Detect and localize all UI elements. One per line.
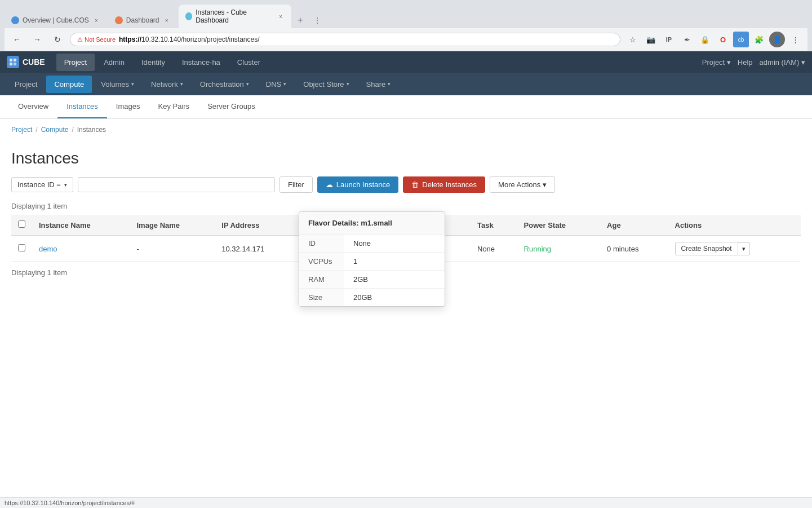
address-bar[interactable]: Not Secure https://10.32.10.140/horizon/… [70, 33, 620, 46]
url-text: https://10.32.10.140/horizon/project/ins… [119, 36, 259, 43]
secondary-nav-share[interactable]: Share ▾ [358, 76, 399, 93]
tab-title-instances: Instances - Cube Dashboard [196, 8, 274, 24]
opera-button[interactable]: O [715, 32, 731, 47]
tab-title-dashboard: Dashboard [126, 16, 159, 24]
flavor-details-table: ID None VCPUs 1 RAM 2GB Size 20GB [299, 235, 445, 290]
secondary-nav-network[interactable]: Network ▾ [143, 76, 191, 93]
tab-overview[interactable]: Overview | Cube.COS × [5, 12, 107, 28]
filter-input[interactable] [78, 177, 275, 192]
secondary-nav-project[interactable]: Project [7, 76, 45, 93]
secondary-nav-object-store[interactable]: Object Store ▾ [295, 76, 357, 93]
svg-rect-0 [10, 59, 12, 61]
flavor-label-id: ID [299, 235, 344, 253]
row-checkbox-cell [11, 236, 32, 262]
extension-button[interactable]: cb [733, 32, 749, 47]
flavor-popup: Flavor Details: m1.small ID None VCPUs 1… [299, 211, 445, 290]
header-task: Task [471, 215, 517, 236]
row-task: None [471, 236, 517, 262]
tertiary-item-key-pairs[interactable]: Key Pairs [149, 95, 198, 118]
breadcrumb-instances: Instances [77, 126, 106, 134]
profile-icon[interactable]: 👤 [769, 32, 785, 47]
breadcrumb-sep-2: / [72, 126, 73, 134]
flavor-label-vcpus: VCPUs [299, 253, 344, 271]
help-link[interactable]: Help [738, 58, 753, 67]
tab-favicon-cube [11, 16, 19, 24]
tertiary-item-images[interactable]: Images [107, 95, 149, 118]
secondary-nav-orchestration[interactable]: Orchestration ▾ [192, 76, 257, 93]
flavor-value-vcpus: 1 [344, 253, 445, 271]
dns-chevron: ▾ [283, 81, 286, 87]
tab-list-button[interactable]: ⋮ [309, 12, 325, 28]
header-image-name: Image Name [130, 215, 215, 236]
svg-rect-2 [10, 63, 12, 65]
topnav-right: Project ▾ Help admin (IAM) ▾ [702, 58, 805, 67]
topnav-item-instance-ha[interactable]: Instance-ha [174, 54, 228, 71]
row-actions: Create Snapshot ▾ [668, 236, 801, 262]
tab-title-overview: Overview | Cube.COS [23, 16, 89, 24]
page-title: Instances [11, 149, 801, 167]
orchestration-chevron: ▾ [246, 81, 249, 87]
breadcrumb-compute[interactable]: Compute [41, 126, 69, 134]
admin-iam-dropdown[interactable]: admin (IAM) ▾ [760, 58, 805, 67]
header-power-state: Power State [517, 215, 601, 236]
tab-favicon-dashboard [115, 16, 123, 24]
flavor-popup-title: Flavor Details: m1.small [299, 212, 445, 235]
more-actions-button[interactable]: More Actions ▾ [490, 176, 555, 193]
new-tab-button[interactable]: + [292, 12, 308, 28]
secondary-nav-volumes[interactable]: Volumes ▾ [93, 76, 142, 93]
secondary-nav-compute[interactable]: Compute [46, 76, 92, 93]
tab-favicon-instances [185, 12, 193, 20]
tertiary-item-server-groups[interactable]: Server Groups [198, 95, 264, 118]
header-actions: Actions [668, 215, 801, 236]
action-btn-group: Create Snapshot ▾ [675, 242, 794, 255]
filter-dropdown[interactable]: Instance ID = ▾ [11, 177, 73, 192]
back-button[interactable]: ← [9, 32, 25, 47]
header-instance-name: Instance Name [32, 215, 130, 236]
extensions-button[interactable]: 🧩 [751, 32, 767, 47]
tab-instances[interactable]: Instances - Cube Dashboard × [179, 5, 291, 28]
topnav-item-cluster[interactable]: Cluster [229, 54, 268, 71]
secondary-nav-dns[interactable]: DNS ▾ [258, 76, 294, 93]
flavor-value-size: 20GB [344, 289, 445, 291]
flavor-value-ram: 2GB [344, 271, 445, 289]
tertiary-item-overview[interactable]: Overview [9, 95, 57, 118]
delete-icon: 🗑 [411, 180, 419, 189]
filter-button[interactable]: Filter [279, 176, 313, 193]
browser-chrome: Overview | Cube.COS × Dashboard × Instan… [0, 0, 812, 51]
launch-instance-button[interactable]: ☁ Launch Instance [317, 176, 398, 193]
breadcrumb: Project / Compute / Instances [0, 119, 812, 140]
header-checkbox-cell [11, 215, 32, 236]
topnav-item-identity[interactable]: Identity [134, 54, 173, 71]
topnav-item-admin[interactable]: Admin [96, 54, 132, 71]
menu-button[interactable]: ⋮ [787, 32, 803, 47]
ip-button[interactable]: IP [661, 32, 677, 47]
share-chevron: ▾ [388, 81, 391, 87]
action-dropdown-button[interactable]: ▾ [738, 242, 750, 255]
breadcrumb-sep-1: / [36, 126, 37, 134]
select-all-checkbox[interactable] [18, 220, 25, 228]
forward-button[interactable]: → [29, 32, 45, 47]
project-dropdown[interactable]: Project ▾ [702, 58, 731, 67]
tertiary-item-instances[interactable]: Instances [57, 95, 107, 118]
breadcrumb-project[interactable]: Project [11, 126, 32, 134]
tab-close-overview[interactable]: × [92, 16, 100, 24]
tab-close-instances[interactable]: × [277, 12, 285, 20]
topnav-item-project[interactable]: Project [56, 54, 95, 71]
row-checkbox[interactable] [18, 244, 25, 251]
create-snapshot-button[interactable]: Create Snapshot [675, 242, 738, 255]
eyedropper-button[interactable]: ✒ [679, 32, 695, 47]
tab-dashboard[interactable]: Dashboard × [108, 12, 178, 28]
reload-button[interactable]: ↻ [50, 32, 65, 47]
cube-logo: CUBE [7, 56, 45, 68]
not-secure-badge: Not Secure [77, 36, 116, 43]
screen-capture-button[interactable]: 📷 [643, 32, 659, 47]
instance-name-link[interactable]: demo [39, 245, 57, 253]
bookmark-button[interactable]: ☆ [625, 32, 641, 47]
lock-button[interactable]: 🔒 [697, 32, 713, 47]
topnav-items: Project Admin Identity Instance-ha Clust… [56, 54, 702, 71]
delete-instances-button[interactable]: 🗑 Delete Instances [403, 176, 485, 193]
header-age: Age [600, 215, 668, 236]
launch-icon: ☁ [326, 180, 333, 189]
tab-close-dashboard[interactable]: × [163, 16, 171, 24]
svg-rect-3 [14, 63, 16, 65]
